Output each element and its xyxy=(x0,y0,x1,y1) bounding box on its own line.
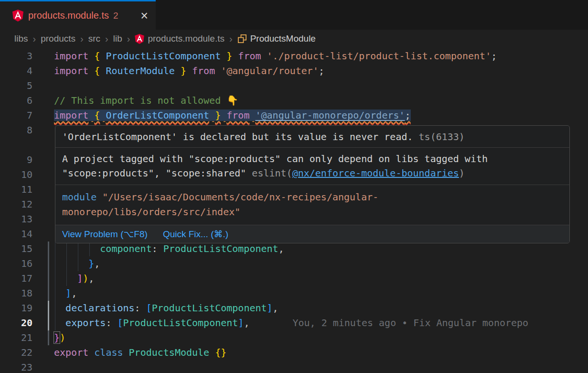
code-token: ProductListComponent xyxy=(152,302,267,314)
tab-products-module[interactable]: products.module.ts 2 × xyxy=(0,0,156,30)
line-number[interactable]: 12 xyxy=(0,197,32,212)
breadcrumb-separator-icon: › xyxy=(127,33,130,44)
breadcrumb-item-lib[interactable]: lib xyxy=(113,33,122,44)
code-token xyxy=(123,347,129,358)
code-line[interactable]: 20 exports: [ProductListComponent],You, … xyxy=(0,316,588,330)
code-line[interactable]: 4import { RouterModule } from '@angular/… xyxy=(0,64,588,78)
code-token: import xyxy=(54,50,88,62)
code-token: from xyxy=(226,110,249,121)
line-number[interactable]: 17 xyxy=(0,271,32,286)
code-token: {} xyxy=(215,347,226,358)
code-token: ] xyxy=(77,273,83,284)
code-token: { xyxy=(94,65,100,77)
code-line[interactable]: 6// This import is not allowed 👇 xyxy=(0,93,588,108)
module-path-line2: monorepo/libs/orders/src/index" xyxy=(62,206,240,218)
line-number[interactable]: 13 xyxy=(0,212,32,227)
code-token: class xyxy=(94,347,123,358)
line-number[interactable]: 6 xyxy=(0,93,32,108)
code-token: component xyxy=(100,243,151,254)
line-number[interactable]: 16 xyxy=(0,256,32,271)
code-line[interactable]: 15 component: ProductListComponent, xyxy=(0,241,588,256)
breadcrumb-separator-icon: › xyxy=(229,33,233,44)
code-token xyxy=(140,302,146,314)
code-token: } xyxy=(181,65,186,77)
code-token: [ xyxy=(146,302,152,314)
line-number[interactable]: 20 xyxy=(0,316,32,330)
line-number[interactable]: 19 xyxy=(0,301,32,316)
code-token: ) xyxy=(60,332,65,343)
code-token xyxy=(100,50,106,62)
code-line[interactable]: 5 xyxy=(0,78,588,93)
code-token xyxy=(186,65,192,77)
line-content: import { OrderListComponent } from '@ang… xyxy=(54,108,588,123)
code-token: [ xyxy=(117,317,123,329)
code-token xyxy=(100,65,106,77)
code-token xyxy=(111,317,117,329)
code-token: ] xyxy=(65,287,71,299)
breadcrumb-item-products[interactable]: products xyxy=(41,33,75,44)
code-token xyxy=(54,287,65,299)
close-icon[interactable]: × xyxy=(140,11,148,21)
code-token: ProductListComponent xyxy=(106,50,221,62)
line-content: ], xyxy=(54,286,588,301)
code-line[interactable]: 22export class ProductsModule {} xyxy=(0,345,588,360)
line-number[interactable]: 8 xyxy=(0,123,32,138)
module-path-info: module "/Users/isaac/Documents/code/nx-r… xyxy=(55,185,569,225)
warning-squiggle-wrapper: import { OrderListComponent } from '@ang… xyxy=(54,110,411,121)
code-token xyxy=(158,243,163,254)
line-number[interactable]: 22 xyxy=(0,345,32,360)
indent-guide xyxy=(55,241,55,256)
line-content: ]), xyxy=(54,271,588,286)
breadcrumb-item-libs[interactable]: libs xyxy=(14,33,28,44)
line-number[interactable]: 18 xyxy=(0,286,32,301)
tab-bar: products.module.ts 2 × xyxy=(0,0,588,30)
line-number[interactable]: 23 xyxy=(0,360,32,373)
code-line[interactable]: 19 declarations: [ProductListComponent], xyxy=(0,301,588,316)
code-line[interactable]: 3import { ProductListComponent } from '.… xyxy=(0,49,588,64)
code-token xyxy=(221,50,226,62)
eslint-rule-link[interactable]: @nx/enforce-module-boundaries xyxy=(292,167,459,179)
line-number[interactable]: 11 xyxy=(0,182,32,197)
code-token xyxy=(209,110,215,121)
code-line[interactable]: 17 ]), xyxy=(0,271,588,286)
code-token: OrderListComponent xyxy=(106,110,209,121)
line-number[interactable]: 7 xyxy=(0,108,32,123)
line-content: // This import is not allowed 👇 xyxy=(54,93,588,108)
code-token: from xyxy=(192,65,215,77)
line-number[interactable]: 15 xyxy=(0,241,32,256)
ts-diagnostic-message: 'OrderListComponent' is declared but its… xyxy=(55,126,569,148)
line-content: declarations: [ProductListComponent], xyxy=(54,301,588,316)
breadcrumb-item-products-module-ts[interactable]: products.module.ts xyxy=(135,33,225,44)
code-line[interactable]: 7import { OrderListComponent } from '@an… xyxy=(0,108,588,123)
code-token: } xyxy=(54,332,60,343)
code-line[interactable]: 21}) xyxy=(0,330,588,345)
indent-guide xyxy=(55,286,55,301)
breadcrumb-label: src xyxy=(88,33,100,44)
code-line[interactable]: 23 xyxy=(0,360,588,373)
code-token xyxy=(249,110,255,121)
line-number[interactable]: 5 xyxy=(0,78,32,93)
quick-fix-button[interactable]: Quick Fix... (⌘.) xyxy=(163,227,228,241)
code-token: } xyxy=(226,50,232,62)
view-problem-button[interactable]: View Problem (⌥F8) xyxy=(62,227,148,241)
eslint-source-close: ) xyxy=(459,167,465,179)
code-token: 👇 xyxy=(226,95,238,106)
code-token xyxy=(261,50,267,62)
line-number[interactable]: 14 xyxy=(0,227,32,241)
line-number[interactable]: 21 xyxy=(0,330,32,345)
line-content: import { ProductListComponent } from './… xyxy=(54,49,588,64)
code-token xyxy=(54,302,65,314)
line-number[interactable]: 3 xyxy=(0,49,32,64)
code-line[interactable]: 18 ], xyxy=(0,286,588,301)
indent-guide xyxy=(55,271,55,286)
breadcrumb-item-productsmodule[interactable]: ProductsModule xyxy=(237,33,316,44)
line-number[interactable]: 10 xyxy=(0,167,32,182)
code-token xyxy=(54,273,77,284)
breadcrumb: libs›products›src›lib›products.module.ts… xyxy=(0,30,588,48)
code-token: , xyxy=(273,302,278,314)
line-number[interactable]: 9 xyxy=(0,153,32,167)
code-token: '@angular/router' xyxy=(221,65,319,77)
code-line[interactable]: 16 }, xyxy=(0,256,588,271)
breadcrumb-item-src[interactable]: src xyxy=(88,33,100,44)
line-number[interactable]: 4 xyxy=(0,64,32,78)
